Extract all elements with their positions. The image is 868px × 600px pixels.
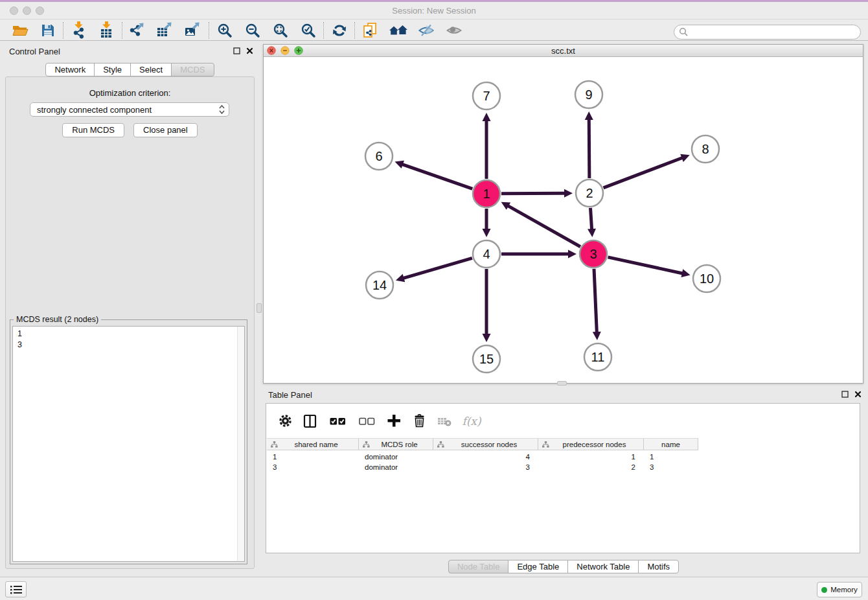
column-header-predecessor-nodes[interactable]: predecessor nodes: [538, 439, 644, 450]
graph-edge-4-14[interactable]: [403, 258, 472, 278]
export-table-button[interactable]: [152, 21, 179, 40]
create-column-button[interactable]: [386, 413, 402, 429]
eye-button[interactable]: [440, 21, 468, 40]
delete-column-button[interactable]: [411, 413, 427, 429]
deselect-all-button[interactable]: [357, 413, 376, 429]
tab-select[interactable]: Select: [130, 63, 172, 76]
select-all-button[interactable]: [328, 413, 347, 429]
status-bar: Memory: [0, 577, 868, 600]
svg-text:11: 11: [591, 350, 605, 364]
tab-network-table[interactable]: Network Table: [567, 560, 639, 573]
mcds-result-line: 3: [17, 340, 234, 351]
column-header-MCDS-role[interactable]: MCDS role: [359, 439, 433, 450]
zoom-selected-button[interactable]: [294, 21, 322, 40]
graph-node-2[interactable]: 2: [576, 179, 603, 207]
hide-eye-button[interactable]: [412, 21, 440, 40]
control-panel-title: Control Panel: [9, 47, 60, 56]
graph-edge-2-3[interactable]: [590, 208, 591, 229]
criterion-value: strongly connected component: [37, 105, 219, 115]
graph-node-9[interactable]: 9: [575, 81, 602, 108]
network-window-titlebar[interactable]: scc.txt: [264, 45, 863, 57]
graph-edge-3-1[interactable]: [508, 206, 580, 247]
table-panel-title: Table Panel: [268, 390, 312, 400]
refresh-layout-button[interactable]: [325, 21, 353, 40]
import-network-button[interactable]: [65, 21, 93, 40]
tab-mcds[interactable]: MCDS: [171, 63, 214, 76]
close-panel-icon[interactable]: [854, 391, 862, 398]
toolbar-separator: [209, 22, 209, 39]
graph-node-11[interactable]: 11: [584, 343, 611, 371]
column-header-successor-nodes[interactable]: successor nodes: [433, 439, 538, 450]
toolbar-separator: [354, 22, 355, 39]
table-cell[interactable]: 1: [267, 452, 359, 462]
graph-edge-1-6[interactable]: [402, 165, 472, 189]
import-table-button[interactable]: [93, 21, 120, 40]
graph-edge-2-8[interactable]: [604, 157, 683, 187]
table-cell[interactable]: 1: [644, 452, 698, 462]
control-panel-header: Control Panel: [4, 44, 256, 60]
show-columns-button[interactable]: [303, 413, 318, 429]
table-row[interactable]: 3dominator323: [267, 462, 698, 472]
close-panel-icon[interactable]: [246, 47, 253, 54]
open-session-button[interactable]: [6, 21, 34, 40]
run-mcds-button[interactable]: Run MCDS: [62, 123, 124, 137]
graph-node-10[interactable]: 10: [693, 265, 720, 292]
zoom-out-button[interactable]: [238, 21, 266, 40]
float-panel-icon[interactable]: [841, 391, 849, 398]
table-cell[interactable]: 1: [538, 452, 644, 462]
table-cell[interactable]: 4: [433, 452, 538, 462]
export-network-button[interactable]: [124, 21, 152, 40]
graph-edge-2-9[interactable]: [589, 119, 589, 178]
network-graph[interactable]: 7968124314101511: [264, 57, 863, 383]
criterion-dropdown[interactable]: strongly connected component: [30, 102, 229, 117]
graph-node-6[interactable]: 6: [365, 143, 393, 170]
graph-node-14[interactable]: 14: [366, 271, 393, 299]
column-header-shared-name[interactable]: shared name: [267, 439, 359, 450]
graph-node-7[interactable]: 7: [473, 82, 500, 110]
search-input[interactable]: [689, 27, 860, 38]
table-cell[interactable]: 3: [644, 462, 698, 472]
graph-edge-3-10[interactable]: [608, 257, 682, 273]
float-panel-icon[interactable]: [233, 47, 240, 54]
table-cell[interactable]: 2: [538, 462, 644, 472]
table-header-row[interactable]: shared nameMCDS rolesuccessor nodesprede…: [267, 438, 698, 450]
table-cell[interactable]: dominator: [359, 452, 433, 462]
save-session-button[interactable]: [34, 21, 62, 40]
zoom-fit-button[interactable]: [266, 21, 294, 40]
tab-network[interactable]: Network: [45, 63, 95, 76]
homes-button[interactable]: [384, 21, 412, 40]
memory-button[interactable]: Memory: [817, 582, 862, 597]
column-header-name[interactable]: name: [644, 439, 698, 450]
splitpane-divider-handle[interactable]: [557, 381, 567, 386]
splitpane-divider-handle[interactable]: [257, 303, 262, 313]
tab-style[interactable]: Style: [94, 63, 131, 76]
graph-node-8[interactable]: 8: [692, 135, 719, 163]
graph-edge-1-2[interactable]: [501, 193, 565, 194]
graph-edge-3-11[interactable]: [594, 269, 597, 332]
hierarchy-icon: [437, 441, 444, 448]
graph-node-4[interactable]: 4: [473, 240, 500, 268]
graph-node-1[interactable]: 1: [473, 180, 500, 207]
graph-edge-arrowhead: [681, 269, 691, 277]
zoom-in-button[interactable]: [211, 21, 238, 40]
plus-icon: [387, 413, 402, 428]
table-settings-button[interactable]: [277, 413, 293, 429]
search-field[interactable]: [674, 25, 861, 40]
table-row[interactable]: 1dominator411: [267, 452, 698, 462]
mcds-result-list[interactable]: 1 3: [12, 326, 245, 562]
table-cell[interactable]: 3: [267, 462, 359, 472]
close-panel-button[interactable]: Close panel: [133, 123, 198, 137]
graph-node-15[interactable]: 15: [473, 345, 500, 373]
network-canvas[interactable]: 7968124314101511: [264, 57, 863, 383]
tab-motifs[interactable]: Motifs: [638, 560, 679, 573]
tab-edge-table[interactable]: Edge Table: [508, 560, 568, 573]
table-cell[interactable]: 3: [433, 462, 538, 472]
table-cell[interactable]: dominator: [359, 462, 433, 472]
result-scrollbar[interactable]: [237, 327, 244, 561]
task-history-button[interactable]: [5, 581, 27, 597]
tab-node-table[interactable]: Node Table: [448, 560, 509, 573]
duplicate-network-button[interactable]: [356, 21, 384, 40]
table-panel-header: Table Panel: [263, 387, 864, 403]
graph-node-3[interactable]: 3: [580, 240, 607, 268]
export-image-button[interactable]: [179, 21, 207, 40]
